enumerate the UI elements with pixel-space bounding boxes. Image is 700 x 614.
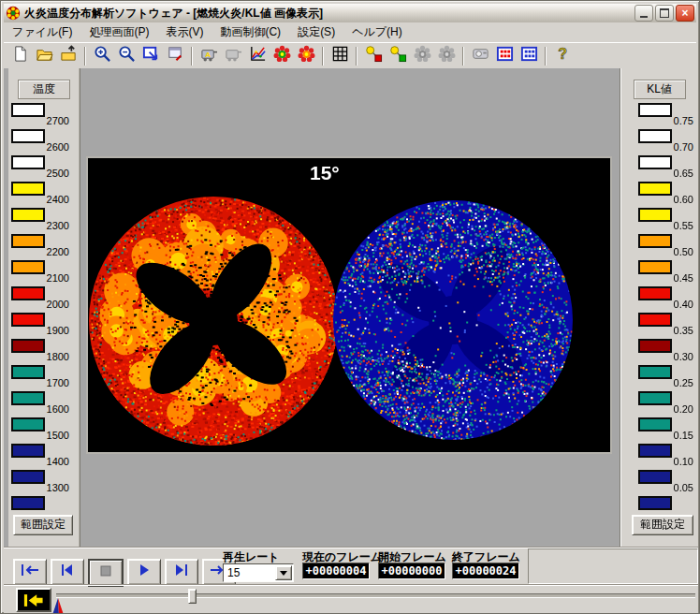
rate-combobox[interactable]: 15: [223, 563, 294, 582]
toolbar-fit-window-button[interactable]: [139, 45, 163, 67]
scale-row: 1800: [8, 339, 80, 365]
scale-tick-label: 2600: [47, 141, 69, 153]
toolbar-flame-palette-red-button[interactable]: [294, 45, 318, 67]
scale-tick-label: 2200: [47, 246, 69, 257]
toolbar-flame-disabled-1-button[interactable]: [410, 45, 434, 67]
flame-green-icon: [273, 45, 291, 66]
scale-tick-label: 0.30: [674, 351, 693, 362]
toolbar-grid-button[interactable]: [328, 45, 352, 67]
stop-icon: [95, 564, 116, 581]
svg-text:A: A: [205, 51, 211, 59]
toolbar-flame-palette-green-button[interactable]: [270, 45, 294, 67]
go-first-button[interactable]: [13, 559, 47, 585]
maximize-button[interactable]: [655, 5, 674, 22]
scale-row: 2700: [8, 103, 80, 129]
camera-view-icon: [472, 45, 489, 66]
jump-to-start-button[interactable]: [16, 588, 51, 612]
toolbar-record-stop-button[interactable]: [361, 45, 386, 67]
fit-window-icon: [142, 45, 160, 66]
new-file-icon: [11, 45, 29, 66]
menu-bar: ファイル(F)処理画面(P)表示(V)動画制御(C)設定(S)ヘルプ(H): [4, 22, 696, 41]
end-frame-value: +00000024: [452, 563, 519, 579]
rate-value: 15: [227, 566, 240, 579]
toolbar-separator: [356, 47, 357, 66]
combo-arrow-icon[interactable]: [275, 565, 292, 580]
color-swatch: [638, 339, 672, 353]
yellow-back-arrow-icon: [22, 592, 46, 608]
color-swatch: [11, 103, 45, 117]
toolbar-record-start-button[interactable]: [386, 45, 410, 67]
scale-tick-label: 0.60: [674, 194, 693, 205]
scale-row: 2400: [8, 182, 80, 208]
color-swatch: [11, 182, 45, 196]
close-button[interactable]: ×: [676, 5, 694, 22]
prev-frame-button[interactable]: [51, 559, 84, 585]
scale-row: 0.55: [620, 208, 698, 234]
toolbar-separator: [545, 47, 547, 66]
playback-bar: 再生レート 15 現在のフレーム +00000004 開始フレーム +00000…: [4, 547, 698, 613]
scale-tick-label: 1500: [47, 430, 69, 441]
next-frame-button[interactable]: [165, 559, 198, 585]
play-icon: [134, 563, 154, 580]
color-swatch: [11, 260, 45, 274]
scale-row: 0.40: [620, 286, 698, 313]
next-icon: [171, 563, 192, 580]
toolbar-capture-plain-button[interactable]: [221, 45, 245, 67]
capture-a-icon: A: [200, 45, 218, 66]
toolbar-resize-window-button[interactable]: [163, 45, 187, 67]
frame-slider[interactable]: [56, 593, 695, 598]
toolbar-camera-view-button[interactable]: [468, 45, 492, 67]
color-swatch: [11, 286, 45, 300]
temperature-range-button[interactable]: 範囲設定: [13, 515, 73, 535]
mouse-cursor: [51, 598, 65, 614]
scale-tick-label: 0.45: [674, 272, 693, 284]
scale-row: 0.50: [620, 234, 698, 260]
scale-row: 0.10: [620, 444, 698, 470]
color-swatch: [11, 391, 45, 405]
toolbar-graph-button[interactable]: [245, 45, 270, 67]
toolbar-capture-marked-button[interactable]: A: [197, 45, 221, 67]
zoom-out-icon: [118, 45, 136, 66]
scale-row: 0.35: [620, 313, 698, 339]
toolbar-zoom-in-button[interactable]: [90, 45, 114, 67]
scale-row: 2500: [8, 155, 80, 182]
toolbar-new-file-button[interactable]: [7, 45, 32, 67]
stop-button[interactable]: [88, 559, 124, 587]
scale-tick-label: 1700: [47, 377, 69, 388]
record-stop-icon: [365, 45, 383, 66]
color-swatch: [11, 417, 45, 431]
toolbar-grid-blue-button[interactable]: [517, 45, 541, 67]
scale-tick-label: 2700: [47, 115, 69, 126]
play-button[interactable]: [127, 559, 161, 585]
svg-text:?: ?: [558, 45, 567, 62]
toolbar-flame-disabled-2-button[interactable]: [434, 45, 459, 67]
menu-item-help[interactable]: ヘルプ(H): [343, 22, 411, 42]
color-swatch: [638, 155, 672, 169]
toolbar-grid-red-button[interactable]: [492, 45, 517, 67]
toolbar-help-button[interactable]: ?: [550, 45, 575, 67]
scale-tick-label: 2300: [47, 220, 69, 231]
help-icon: ?: [554, 45, 572, 66]
color-swatch: [638, 208, 672, 222]
toolbar-open-folder-button[interactable]: [32, 45, 56, 67]
grid-icon: [331, 45, 349, 66]
slider-thumb[interactable]: [188, 589, 197, 604]
kl-range-button[interactable]: 範囲設定: [632, 515, 693, 535]
menu-item-process-screen[interactable]: 処理画面(P): [80, 22, 157, 42]
scale-row: 0.15: [620, 417, 698, 444]
current-frame-value: +00000004: [302, 563, 370, 579]
minimize-button[interactable]: [634, 5, 653, 22]
menu-item-animation-control[interactable]: 動画制御(C): [211, 22, 289, 42]
grid-red-icon: [496, 45, 514, 66]
menu-item-view[interactable]: 表示(V): [157, 22, 211, 42]
scale-tick-label: 0.65: [674, 168, 693, 179]
menu-item-settings[interactable]: 設定(S): [289, 22, 343, 42]
transport-controls: [13, 559, 236, 587]
color-swatch: [638, 417, 672, 431]
toolbar-save-folder-button[interactable]: [56, 45, 80, 67]
color-swatch: [11, 155, 45, 169]
menu-item-file[interactable]: ファイル(F): [4, 22, 80, 42]
toolbar-zoom-out-button[interactable]: [114, 45, 139, 67]
color-swatch: [638, 182, 672, 196]
scale-row: 0.60: [620, 182, 698, 208]
